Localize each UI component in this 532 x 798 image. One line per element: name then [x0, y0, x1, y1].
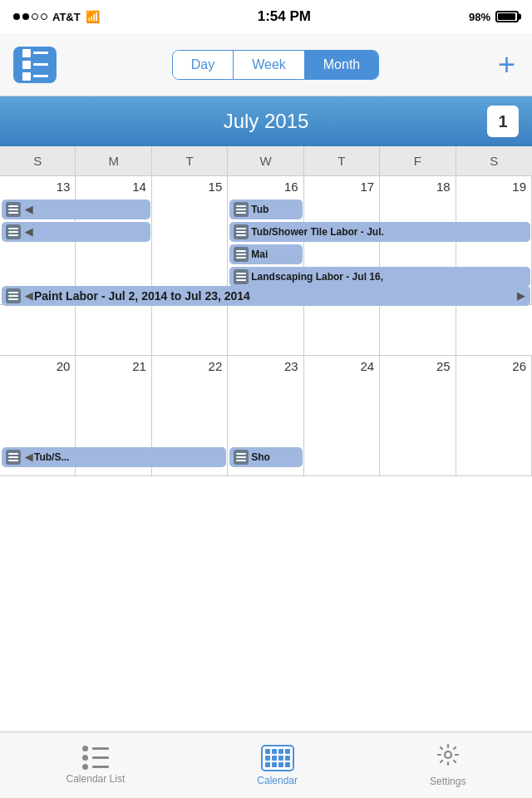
tab-calendar[interactable]: Calendar [257, 745, 298, 786]
arrow-left-2: ◀ [25, 226, 32, 238]
event-text-6: Landscaping Labor - Jul 16, [251, 271, 526, 283]
event-icon-paint [6, 288, 21, 303]
event-icon-5 [234, 247, 249, 262]
calendar-tab-icon [261, 745, 294, 771]
week-row-1: 13 14 15 16 17 18 19 ◀ ◀ [0, 176, 532, 305]
event-icon-6 [234, 269, 249, 284]
paint-labor-text: Paint Labor - Jul 2, 2014 to Jul 23, 201… [34, 289, 515, 303]
clock: 1:54 PM [258, 8, 311, 25]
day-cell-empty-2 [76, 305, 151, 355]
event-icon-4 [234, 224, 249, 239]
day-cell-empty-4 [228, 305, 303, 355]
event-icon-sho [234, 450, 249, 465]
month-header: July 2015 1 [0, 96, 532, 146]
week-row-2: 20 21 22 23 24 25 26 ◀ Tub/S... Sho [0, 356, 532, 476]
day-view-button[interactable]: Day [173, 51, 234, 79]
tab-calendar-list-label: Calendar List [66, 773, 126, 785]
day-headers: S M T W T F S [0, 146, 532, 176]
day-cell-empty-1 [0, 305, 76, 355]
event-icon-2 [6, 224, 21, 239]
dot-3 [32, 13, 38, 20]
day-header-fri: F [380, 146, 456, 176]
carrier-label: AT&T [52, 11, 81, 23]
event-bar-1[interactable]: ◀ [0, 200, 152, 222]
month-title: July 2015 [224, 110, 309, 133]
dot-2 [22, 13, 29, 20]
status-left: AT&T 📶 [13, 10, 100, 23]
event-text-sho: Sho [251, 451, 298, 463]
signal-dots [13, 13, 47, 20]
event-bar-3[interactable]: Tub [228, 200, 303, 222]
status-right: 98% [469, 11, 519, 23]
tab-settings[interactable]: Settings [430, 743, 466, 787]
svg-point-0 [445, 751, 451, 758]
wifi-icon: 📶 [86, 10, 100, 23]
tab-calendar-list[interactable]: Calendar List [66, 746, 126, 785]
day-header-tue: T [152, 146, 228, 176]
day-header-wed: W [228, 146, 303, 176]
event-text-4: Tub/Shower Tile Labor - Jul. [251, 226, 526, 238]
tab-settings-label: Settings [430, 776, 466, 787]
event-bar-2[interactable]: ◀ [0, 222, 152, 244]
event-bar-4[interactable]: Tub/Shower Tile Labor - Jul. [228, 222, 532, 244]
day-header-sat: S [456, 146, 532, 176]
paint-arrow-left: ◀ [25, 290, 32, 302]
day-header-mon: M [76, 146, 151, 176]
event-bar-5[interactable]: Mai [228, 244, 303, 267]
add-event-button[interactable]: + [495, 50, 519, 80]
dot-1 [13, 13, 20, 20]
today-badge[interactable]: 1 [487, 106, 519, 137]
week-view-button[interactable]: Week [234, 51, 305, 79]
list-view-button[interactable] [13, 47, 57, 83]
main-content: July 2015 1 S M T W T F S 13 14 15 16 17… [0, 96, 532, 732]
event-text-tubs: Tub/S... [34, 451, 222, 463]
day-cell-empty-5 [304, 305, 380, 355]
day-header-sun: S [0, 146, 76, 176]
event-bar-tubs[interactable]: ◀ Tub/S... [0, 447, 228, 470]
settings-gear-icon [436, 743, 460, 772]
event-text-5: Mai [251, 249, 298, 260]
month-view-button[interactable]: Month [305, 51, 378, 79]
battery-icon [495, 11, 519, 22]
tubs-arrow-left: ◀ [25, 451, 32, 463]
day-cell-15[interactable]: 15 [152, 176, 228, 304]
list-tab-icon [82, 746, 109, 770]
day-cell-24[interactable]: 24 [304, 356, 380, 475]
week-row-empty [0, 305, 532, 356]
paint-arrow-right: ▶ [517, 290, 525, 302]
status-bar: AT&T 📶 1:54 PM 98% [0, 0, 532, 33]
day-cell-26[interactable]: 26 [456, 356, 532, 475]
event-text-3: Tub [251, 204, 298, 215]
tab-calendar-label: Calendar [257, 775, 298, 786]
tab-bar: Calendar List Calendar [0, 732, 532, 798]
day-cell-empty-7 [456, 305, 532, 355]
toolbar: Day Week Month + [0, 33, 532, 96]
event-icon-tubs [6, 450, 21, 465]
event-icon-1 [6, 202, 21, 217]
day-cell-25[interactable]: 25 [380, 356, 456, 475]
dot-4 [41, 13, 47, 20]
arrow-left-1: ◀ [25, 204, 32, 215]
day-header-thu: T [304, 146, 380, 176]
event-icon-3 [234, 202, 249, 217]
battery-percent: 98% [469, 11, 490, 23]
event-bar-sho[interactable]: Sho [228, 447, 303, 470]
day-cell-empty-3 [152, 305, 228, 355]
day-cell-empty-6 [380, 305, 456, 355]
view-segment-control: Day Week Month [172, 50, 380, 80]
